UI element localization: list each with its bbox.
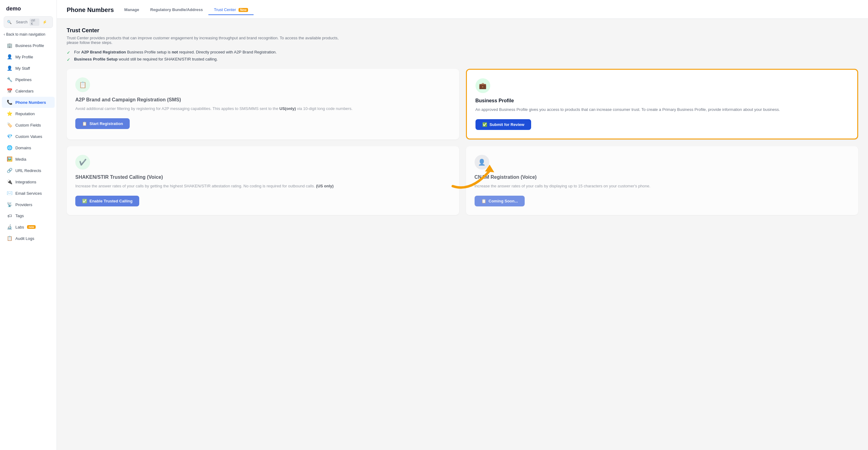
custom-values-icon: 💎 [7, 134, 12, 139]
a2p-card-title: A2P Brand and Campaign Registration (SMS… [75, 97, 451, 103]
sidebar-item-my-profile[interactable]: 👤 My Profile [2, 51, 55, 62]
main-content: Phone Numbers ManageRegulatory Bundle/Ad… [57, 0, 868, 450]
business-profile-card-desc: An approved Business Profile gives you a… [475, 106, 849, 113]
cnam-card-title: CNAM Registration (Voice) [474, 174, 850, 180]
audit-logs-icon: 📋 [7, 235, 12, 241]
bullet-list: ✓ For A2P Brand Registration Business Pr… [67, 50, 858, 62]
integrations-label: Integrations [16, 180, 36, 184]
cnam-card-desc: Increase the answer rates of your calls … [474, 183, 850, 190]
email-services-icon: ✉️ [7, 190, 12, 196]
sidebar-item-phone-numbers[interactable]: 📞 Phone Numbers [2, 97, 55, 108]
start-registration-button[interactable]: 📋 Start Registration [75, 118, 130, 129]
a2p-card-desc: Avoid additional carrier filtering by re… [75, 106, 451, 112]
business-profile-icon: 🏢 [7, 43, 12, 48]
a2p-card-icon: 📋 [75, 77, 90, 92]
sidebar-item-url-redirects[interactable]: 🔗 URL Redirects [2, 165, 55, 176]
cnam-card: 👤 CNAM Registration (Voice) Increase the… [466, 146, 859, 215]
shaken-stir-card: ✔️ SHAKEN/STIR Trusted Calling (Voice) I… [67, 146, 459, 215]
search-label: Search [16, 20, 28, 24]
bullet-text-1: For A2P Brand Registration Business Prof… [74, 50, 277, 54]
sidebar-item-tags[interactable]: 🏷 Tags [2, 211, 55, 221]
phone-numbers-label: Phone Numbers [16, 100, 46, 105]
coming-soon-icon: 📋 [481, 199, 486, 203]
bullet-text-2: Business Profile Setup would still be re… [74, 57, 218, 61]
tab-trust-center-badge: New [239, 8, 248, 12]
sidebar-item-pipelines[interactable]: 🔧 Pipelines [2, 74, 55, 85]
submit-for-review-icon: ✅ [482, 122, 487, 127]
email-services-label: Email Services [16, 191, 42, 196]
domains-icon: 🌐 [7, 145, 12, 151]
tab-manage[interactable]: Manage [119, 5, 145, 15]
providers-label: Providers [16, 202, 32, 207]
sidebar-item-my-staff[interactable]: 👤 My Staff [2, 63, 55, 74]
header-tabs: ManageRegulatory Bundle/AddressTrust Cen… [119, 5, 254, 15]
coming-soon-label: Coming Soon... [489, 199, 518, 203]
title-text: Phone Numbers [67, 6, 114, 13]
providers-icon: 📡 [7, 202, 12, 207]
tab-trust-center[interactable]: Trust Center New [208, 5, 254, 15]
check-icon-1: ✓ [67, 50, 70, 55]
reputation-label: Reputation [16, 111, 35, 116]
flash-icon: ⚡ [42, 20, 50, 24]
page-title: Phone Numbers ManageRegulatory Bundle/Ad… [67, 5, 858, 15]
calendars-label: Calendars [16, 89, 33, 93]
chevron-left-icon: ‹ [4, 32, 5, 37]
business-profile-card-title: Business Profile [475, 98, 849, 103]
media-label: Media [16, 157, 26, 162]
shaken-stir-card-title: SHAKEN/STIR Trusted Calling (Voice) [75, 174, 451, 180]
tab-regulatory[interactable]: Regulatory Bundle/Address [145, 5, 208, 15]
cnam-card-icon: 👤 [474, 155, 489, 169]
sidebar-item-email-services[interactable]: ✉️ Email Services [2, 188, 55, 199]
trust-center-title: Trust Center [67, 27, 858, 34]
my-profile-label: My Profile [16, 55, 33, 59]
enable-trusted-calling-button[interactable]: ✅ Enable Trusted Calling [75, 196, 139, 206]
labs-label: Labs [16, 225, 24, 229]
start-registration-icon: 📋 [82, 121, 87, 126]
back-navigation[interactable]: ‹ Back to main navigation [0, 30, 57, 40]
search-bar[interactable]: 🔍 Search ctrl K ⚡ [4, 16, 53, 28]
enable-trusted-calling-icon: ✅ [82, 199, 87, 203]
my-profile-icon: 👤 [7, 54, 12, 60]
cards-grid: 📋 A2P Brand and Campaign Registration (S… [67, 69, 858, 215]
custom-fields-label: Custom Fields [16, 123, 41, 127]
my-staff-label: My Staff [16, 66, 30, 71]
pipelines-label: Pipelines [16, 77, 32, 82]
sidebar-item-labs[interactable]: 🔬 Labsnew [2, 222, 55, 232]
check-icon-2: ✓ [67, 57, 70, 62]
labs-badge: new [27, 225, 36, 229]
sidebar-nav: 🏢 Business Profile👤 My Profile👤 My Staff… [0, 40, 57, 244]
domains-label: Domains [16, 146, 31, 150]
calendars-icon: 📅 [7, 88, 12, 94]
sidebar: demo 🔍 Search ctrl K ⚡ ‹ Back to main na… [0, 0, 57, 450]
sidebar-item-reputation[interactable]: ⭐ Reputation [2, 108, 55, 119]
start-registration-label: Start Registration [89, 121, 123, 126]
media-icon: 🖼️ [7, 156, 12, 162]
integrations-icon: 🔌 [7, 179, 12, 185]
sidebar-item-custom-fields[interactable]: 🏷️ Custom Fields [2, 120, 55, 131]
coming-soon-button[interactable]: 📋 Coming Soon... [474, 196, 525, 206]
back-label: Back to main navigation [6, 32, 45, 37]
sidebar-item-media[interactable]: 🖼️ Media [2, 154, 55, 165]
business-profile-label: Business Profile [16, 43, 44, 48]
submit-for-review-button[interactable]: ✅ Submit for Review [475, 119, 531, 130]
sidebar-item-audit-logs[interactable]: 📋 Audit Logs [2, 233, 55, 244]
bullet-item-2: ✓ Business Profile Setup would still be … [67, 57, 858, 62]
audit-logs-label: Audit Logs [16, 236, 34, 241]
sidebar-item-business-profile[interactable]: 🏢 Business Profile [2, 40, 55, 51]
sidebar-item-calendars[interactable]: 📅 Calendars [2, 86, 55, 96]
tags-label: Tags [16, 214, 24, 218]
a2p-card: 📋 A2P Brand and Campaign Registration (S… [67, 69, 459, 139]
tags-icon: 🏷 [7, 213, 12, 218]
business-profile-card: 💼 Business Profile An approved Business … [466, 69, 859, 139]
sidebar-item-providers[interactable]: 📡 Providers [2, 199, 55, 210]
sidebar-item-custom-values[interactable]: 💎 Custom Values [2, 131, 55, 142]
sidebar-item-integrations[interactable]: 🔌 Integrations [2, 176, 55, 187]
search-shortcut: ctrl K [30, 19, 40, 26]
url-redirects-label: URL Redirects [16, 168, 41, 173]
url-redirects-icon: 🔗 [7, 168, 12, 173]
sidebar-item-domains[interactable]: 🌐 Domains [2, 142, 55, 153]
shaken-stir-card-desc: Increase the answer rates of your calls … [75, 183, 451, 190]
trust-center-description: Trust Center provides products that can … [67, 36, 343, 45]
phone-numbers-icon: 📞 [7, 99, 12, 105]
bullet-item-1: ✓ For A2P Brand Registration Business Pr… [67, 50, 858, 55]
